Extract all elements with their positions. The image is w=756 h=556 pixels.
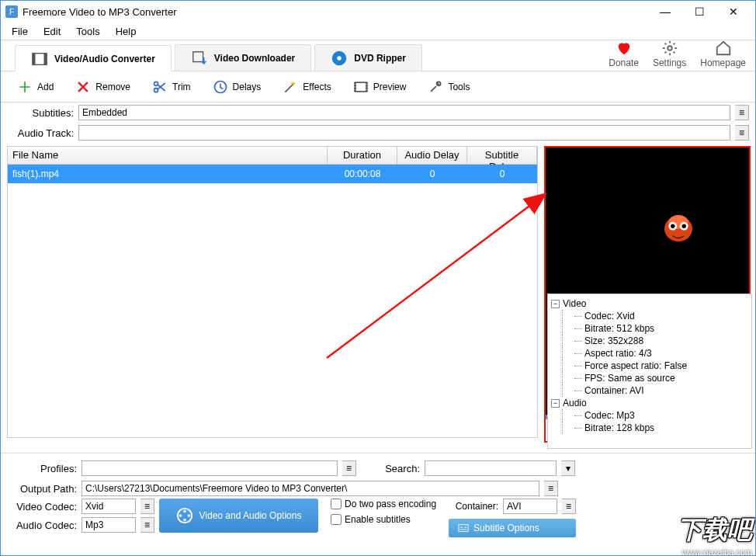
close-button[interactable]: ✕ [716,1,751,23]
tools-button[interactable]: Tools [418,75,480,99]
svg-rect-1 [33,53,36,64]
video-audio-options-button[interactable]: Video and Audio Options [159,499,318,533]
acodec-dropdown[interactable]: ≡ [140,517,154,533]
video-frame-content [657,207,699,248]
col-subtitledelay[interactable]: Subtitle Delay [467,147,537,164]
search-input[interactable] [425,460,557,476]
effects-label: Effects [303,82,331,92]
minimize-button[interactable]: — [648,1,682,23]
tab-ripper-label: DVD Ripper [354,53,406,64]
settings-button[interactable]: Settings [653,39,686,68]
subopt-label: Subtitle Options [473,523,539,533]
homepage-button[interactable]: Homepage [700,39,746,68]
filelist[interactable]: fish(1).mp4 00:00:08 0 0 [7,165,538,438]
vcodec-dropdown[interactable]: ≡ [140,499,154,514]
audiotrack-input[interactable] [78,125,730,141]
outputpath-input[interactable] [81,481,539,496]
tree-leaf-abitrate[interactable]: Bitrate: 128 kbps [574,422,654,433]
remove-button[interactable]: Remove [65,75,140,99]
tab-downloader[interactable]: Video Downloader [175,44,311,71]
scissors-icon [152,79,168,95]
filmstrip-icon [353,79,369,95]
maximize-button[interactable]: ☐ [682,1,716,23]
film-icon [31,50,48,68]
tree-node-video[interactable]: Video [563,298,586,309]
twopass-label: Do two pass encoding [345,499,436,509]
trim-label: Trim [172,82,191,92]
profiles-input[interactable] [81,460,338,476]
menu-tools[interactable]: Tools [70,24,106,39]
tree-toggle-video[interactable]: − [551,300,560,308]
tree-leaf-acodec[interactable]: Codec: Mp3 [574,410,635,421]
plus-icon [17,79,33,95]
outputpath-label: Output Path: [7,483,77,495]
acodec-input[interactable] [81,517,136,533]
col-duration[interactable]: Duration [328,147,397,164]
subtitle-icon [458,523,469,533]
tree-leaf-codec[interactable]: Codec: Xvid [574,311,635,321]
tab-converter-label: Video/Audio Converter [54,54,155,64]
effects-button[interactable]: Effects [272,75,341,99]
container-label: Container: [449,501,498,512]
tools-icon [428,79,443,95]
search-label: Search: [381,463,420,474]
cell-subtitledelay: 0 [467,169,537,179]
tree-leaf-container[interactable]: Container: AVI [574,385,644,396]
home-icon [715,40,732,57]
subtitles-dropdown-button[interactable]: ≡ [735,105,749,120]
menu-help[interactable]: Help [109,24,143,39]
col-filename[interactable]: File Name [8,147,328,164]
download-icon [191,50,208,67]
audiotrack-dropdown-button[interactable]: ≡ [735,125,749,141]
container-dropdown[interactable]: ≡ [562,499,576,514]
svg-rect-27 [459,525,468,532]
donate-label: Donate [609,57,639,68]
tab-downloader-label: Video Downloader [214,53,295,64]
svg-point-17 [682,224,686,228]
svg-rect-3 [193,51,203,61]
tree-node-audio[interactable]: Audio [563,398,587,408]
donate-button[interactable]: Donate [609,39,639,68]
homepage-label: Homepage [700,57,746,68]
tree-leaf-forceaspect[interactable]: Force aspect ratio: False [574,360,687,371]
menu-bar: File Edit Tools Help [1,23,755,40]
menu-file[interactable]: File [5,24,34,39]
enablesub-checkbox[interactable]: Enable subtitles [331,514,436,525]
profiles-dropdown[interactable]: ≡ [342,460,356,476]
vcodec-input[interactable] [81,499,136,514]
option-summary-tree[interactable]: −Video Codec: Xvid Bitrate: 512 kbps Siz… [547,294,752,449]
outputpath-browse[interactable]: ≡ [544,481,558,496]
subtitle-options-button[interactable]: Subtitle Options [449,519,576,537]
subtitles-input[interactable] [78,105,730,120]
svg-point-26 [179,514,182,517]
tree-leaf-fps[interactable]: FPS: Same as source [574,373,675,384]
col-audiodelay[interactable]: Audio Delay [397,147,467,164]
vao-label: Video and Audio Options [199,510,302,521]
twopass-checkbox[interactable]: Do two pass encoding [331,499,436,509]
trim-button[interactable]: Trim [142,75,201,99]
heart-icon [616,40,633,57]
search-clear[interactable]: ▾ [561,460,575,476]
remove-label: Remove [95,82,130,92]
clock-icon [213,79,228,95]
delays-button[interactable]: Delays [203,75,272,99]
tree-leaf-bitrate[interactable]: Bitrate: 512 kbps [574,323,654,334]
tab-ripper[interactable]: DVD Ripper [314,44,422,71]
svg-point-25 [183,519,186,522]
audiotrack-label: Audio Track: [7,127,74,139]
table-row[interactable]: fish(1).mp4 00:00:08 0 0 [8,165,537,183]
add-button[interactable]: Add [7,75,64,99]
tree-toggle-audio[interactable]: − [551,399,560,408]
preview-button[interactable]: Preview [343,75,417,99]
vcodec-label: Video Codec: [7,501,77,513]
svg-point-5 [338,56,342,61]
tab-converter[interactable]: Video/Audio Converter [15,45,172,71]
reel-icon [176,507,193,524]
x-icon [75,79,91,95]
menu-edit[interactable]: Edit [37,24,67,39]
main-toolbar: Add Remove Trim Delays Effects Preview T… [1,71,755,103]
tree-leaf-aspect[interactable]: Aspect ratio: 4/3 [574,348,652,359]
container-input[interactable] [503,499,557,514]
subtitles-label: Subtitles: [7,107,74,119]
tree-leaf-size[interactable]: Size: 352x288 [574,335,643,346]
